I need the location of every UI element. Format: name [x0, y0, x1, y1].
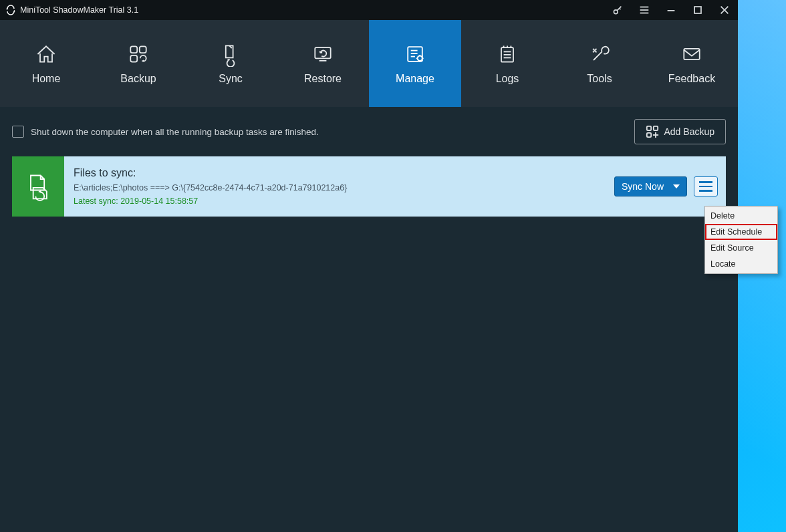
- svg-rect-9: [140, 46, 146, 53]
- menu-icon[interactable]: [631, 0, 658, 20]
- maximize-button[interactable]: [684, 0, 711, 20]
- task-type-badge: [12, 156, 64, 217]
- logs-icon: [495, 42, 519, 66]
- add-backup-icon: [646, 125, 659, 138]
- sync-task-card: Files to sync: E:\articles;E:\photos ===…: [12, 156, 726, 217]
- restore-icon: [311, 42, 335, 66]
- window-title: MiniTool ShadowMaker Trial 3.1: [20, 5, 138, 15]
- task-actions: Sync Now: [614, 176, 718, 196]
- add-backup-label: Add Backup: [664, 126, 715, 137]
- checkbox-box: [12, 126, 24, 138]
- backup-icon: [126, 42, 150, 66]
- svg-rect-23: [646, 126, 650, 130]
- app-logo-icon: [5, 5, 16, 15]
- nav-feedback[interactable]: Feedback: [646, 20, 738, 107]
- ctx-delete[interactable]: Delete: [705, 208, 777, 224]
- content-area: Shut down the computer when all the runn…: [0, 107, 738, 532]
- nav-logs[interactable]: Logs: [461, 20, 553, 107]
- file-sync-icon: [23, 172, 53, 201]
- nav-backup[interactable]: Backup: [92, 20, 184, 107]
- shutdown-checkbox-label: Shut down the computer when all the runn…: [31, 127, 319, 137]
- nav-restore[interactable]: Restore: [277, 20, 369, 107]
- nav-label: Home: [32, 73, 61, 85]
- ctx-edit-source[interactable]: Edit Source: [705, 240, 777, 256]
- svg-rect-24: [653, 126, 657, 130]
- nav-label: Backup: [120, 73, 156, 85]
- close-button[interactable]: [711, 0, 738, 20]
- shutdown-checkbox[interactable]: Shut down the computer when all the runn…: [12, 126, 319, 138]
- task-menu-button[interactable]: [694, 176, 718, 196]
- svg-rect-8: [130, 46, 137, 53]
- nav-label: Logs: [496, 73, 519, 85]
- svg-rect-5: [694, 7, 701, 13]
- title-bar: MiniTool ShadowMaker Trial 3.1: [0, 0, 738, 20]
- svg-rect-22: [684, 49, 699, 59]
- task-latest-sync: Latest sync: 2019-05-14 15:58:57: [74, 196, 716, 206]
- task-context-menu: Delete Edit Schedule Edit Source Locate: [704, 206, 778, 274]
- nav-label: Feedback: [668, 73, 715, 85]
- home-icon: [34, 42, 58, 66]
- nav-label: Sync: [219, 73, 243, 85]
- nav-sync[interactable]: Sync: [184, 20, 277, 107]
- nav-home[interactable]: Home: [0, 20, 92, 107]
- tools-icon: [587, 42, 612, 66]
- nav-label: Restore: [304, 73, 342, 85]
- nav-tools[interactable]: Tools: [553, 20, 646, 107]
- main-nav: Home Backup Sync Restore Manage: [0, 20, 738, 107]
- sync-icon: [219, 42, 243, 66]
- svg-rect-25: [646, 133, 650, 137]
- app-window: MiniTool ShadowMaker Trial 3.1 Home: [0, 0, 738, 532]
- sync-now-button[interactable]: Sync Now: [614, 176, 687, 196]
- feedback-icon: [680, 42, 704, 66]
- ctx-locate[interactable]: Locate: [705, 256, 777, 272]
- task-body[interactable]: Files to sync: E:\articles;E:\photos ===…: [64, 156, 726, 217]
- ctx-edit-schedule[interactable]: Edit Schedule: [705, 224, 777, 240]
- options-row: Shut down the computer when all the runn…: [12, 119, 726, 144]
- sync-now-label: Sync Now: [622, 181, 664, 192]
- add-backup-button[interactable]: Add Backup: [634, 119, 727, 144]
- svg-point-0: [614, 10, 618, 14]
- key-icon[interactable]: [604, 0, 631, 20]
- dropdown-caret-icon: [673, 184, 680, 188]
- nav-manage[interactable]: Manage: [369, 20, 461, 107]
- nav-label: Tools: [587, 73, 612, 85]
- minimize-button[interactable]: [658, 0, 684, 20]
- nav-label: Manage: [396, 73, 434, 85]
- manage-icon: [403, 42, 427, 66]
- svg-rect-10: [130, 55, 137, 62]
